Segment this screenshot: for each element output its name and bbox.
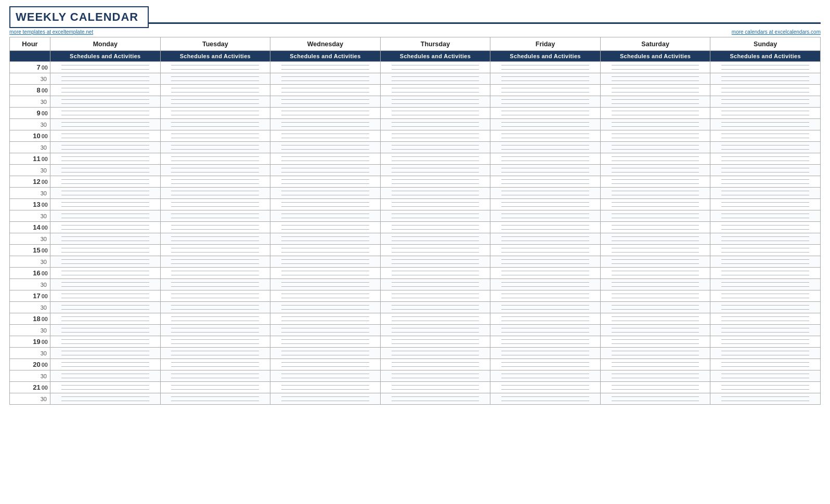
calendar-cell[interactable]: [160, 165, 270, 176]
calendar-cell[interactable]: [270, 370, 381, 382]
calendar-cell[interactable]: [50, 130, 161, 142]
calendar-cell[interactable]: [270, 302, 381, 313]
calendar-cell[interactable]: [160, 382, 270, 393]
calendar-cell[interactable]: [160, 176, 270, 188]
calendar-cell[interactable]: [490, 108, 601, 119]
calendar-cell[interactable]: [600, 119, 710, 130]
calendar-cell[interactable]: [710, 130, 821, 142]
calendar-cell[interactable]: [710, 325, 821, 336]
calendar-cell[interactable]: [490, 85, 601, 96]
calendar-cell[interactable]: [270, 348, 381, 359]
calendar-cell[interactable]: [160, 325, 270, 336]
calendar-cell[interactable]: [270, 130, 381, 142]
calendar-cell[interactable]: [600, 382, 710, 393]
calendar-cell[interactable]: [270, 73, 381, 85]
calendar-cell[interactable]: [710, 199, 821, 210]
calendar-cell[interactable]: [270, 233, 381, 245]
calendar-cell[interactable]: [50, 165, 161, 176]
calendar-cell[interactable]: [160, 142, 270, 153]
calendar-cell[interactable]: [380, 199, 490, 210]
calendar-cell[interactable]: [160, 245, 270, 256]
calendar-cell[interactable]: [270, 165, 381, 176]
calendar-cell[interactable]: [600, 245, 710, 256]
calendar-cell[interactable]: [270, 245, 381, 256]
calendar-cell[interactable]: [160, 393, 270, 405]
calendar-cell[interactable]: [710, 393, 821, 405]
calendar-cell[interactable]: [50, 290, 161, 302]
calendar-cell[interactable]: [710, 279, 821, 290]
calendar-cell[interactable]: [600, 176, 710, 188]
calendar-cell[interactable]: [50, 256, 161, 268]
calendar-cell[interactable]: [490, 142, 601, 153]
calendar-cell[interactable]: [50, 336, 161, 348]
calendar-cell[interactable]: [600, 233, 710, 245]
calendar-cell[interactable]: [710, 233, 821, 245]
calendar-cell[interactable]: [50, 188, 161, 199]
calendar-cell[interactable]: [380, 313, 490, 325]
calendar-cell[interactable]: [50, 325, 161, 336]
calendar-cell[interactable]: [490, 268, 601, 279]
calendar-cell[interactable]: [380, 73, 490, 85]
calendar-cell[interactable]: [710, 119, 821, 130]
calendar-cell[interactable]: [270, 188, 381, 199]
calendar-cell[interactable]: [270, 313, 381, 325]
calendar-cell[interactable]: [490, 359, 601, 370]
calendar-cell[interactable]: [490, 393, 601, 405]
calendar-cell[interactable]: [50, 245, 161, 256]
calendar-cell[interactable]: [710, 73, 821, 85]
calendar-cell[interactable]: [490, 233, 601, 245]
calendar-cell[interactable]: [50, 382, 161, 393]
calendar-cell[interactable]: [380, 302, 490, 313]
calendar-cell[interactable]: [600, 325, 710, 336]
calendar-cell[interactable]: [160, 336, 270, 348]
calendar-cell[interactable]: [270, 256, 381, 268]
calendar-cell[interactable]: [710, 359, 821, 370]
calendar-cell[interactable]: [600, 165, 710, 176]
calendar-cell[interactable]: [160, 279, 270, 290]
calendar-cell[interactable]: [380, 393, 490, 405]
calendar-cell[interactable]: [600, 393, 710, 405]
calendar-cell[interactable]: [600, 130, 710, 142]
calendar-cell[interactable]: [160, 348, 270, 359]
calendar-cell[interactable]: [490, 370, 601, 382]
calendar-cell[interactable]: [380, 382, 490, 393]
calendar-cell[interactable]: [600, 302, 710, 313]
calendar-cell[interactable]: [380, 96, 490, 108]
calendar-cell[interactable]: [600, 153, 710, 165]
calendar-cell[interactable]: [160, 85, 270, 96]
calendar-cell[interactable]: [710, 336, 821, 348]
calendar-cell[interactable]: [380, 62, 490, 73]
calendar-cell[interactable]: [710, 348, 821, 359]
calendar-cell[interactable]: [710, 245, 821, 256]
calendar-cell[interactable]: [50, 119, 161, 130]
calendar-cell[interactable]: [490, 222, 601, 233]
calendar-cell[interactable]: [270, 222, 381, 233]
calendar-cell[interactable]: [270, 153, 381, 165]
calendar-cell[interactable]: [270, 176, 381, 188]
calendar-cell[interactable]: [490, 199, 601, 210]
calendar-cell[interactable]: [160, 302, 270, 313]
calendar-cell[interactable]: [490, 325, 601, 336]
calendar-cell[interactable]: [50, 393, 161, 405]
calendar-cell[interactable]: [600, 370, 710, 382]
calendar-cell[interactable]: [50, 210, 161, 222]
calendar-cell[interactable]: [270, 359, 381, 370]
calendar-cell[interactable]: [710, 176, 821, 188]
calendar-cell[interactable]: [490, 382, 601, 393]
calendar-cell[interactable]: [600, 73, 710, 85]
calendar-cell[interactable]: [710, 96, 821, 108]
calendar-cell[interactable]: [160, 62, 270, 73]
calendar-cell[interactable]: [380, 359, 490, 370]
calendar-cell[interactable]: [490, 313, 601, 325]
calendar-cell[interactable]: [50, 233, 161, 245]
calendar-cell[interactable]: [380, 290, 490, 302]
calendar-cell[interactable]: [270, 96, 381, 108]
calendar-cell[interactable]: [600, 256, 710, 268]
calendar-cell[interactable]: [160, 73, 270, 85]
calendar-cell[interactable]: [270, 108, 381, 119]
calendar-cell[interactable]: [380, 210, 490, 222]
calendar-cell[interactable]: [600, 108, 710, 119]
calendar-cell[interactable]: [490, 176, 601, 188]
calendar-cell[interactable]: [160, 96, 270, 108]
calendar-cell[interactable]: [270, 210, 381, 222]
